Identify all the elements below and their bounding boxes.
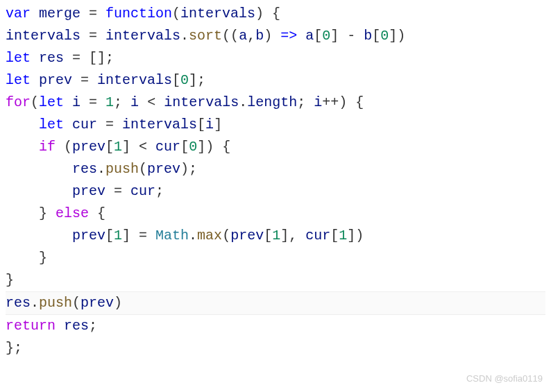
token-kw-for: for bbox=[6, 94, 31, 110]
token-type: Math bbox=[155, 228, 189, 244]
code-line: let res = []; bbox=[6, 47, 545, 69]
token-punct: ) bbox=[114, 295, 122, 311]
token-identifier: b bbox=[364, 28, 372, 44]
token-punct bbox=[297, 28, 305, 44]
token-punct: ] bbox=[214, 117, 222, 133]
token-punct: ; bbox=[155, 183, 164, 199]
token-method: push bbox=[105, 161, 139, 177]
token-identifier: intervals bbox=[164, 94, 239, 110]
token-identifier: i bbox=[130, 94, 139, 110]
token-number: 1 bbox=[114, 228, 122, 244]
token-punct: ] < bbox=[122, 139, 155, 155]
token-punct: ], bbox=[280, 228, 305, 244]
token-method: max bbox=[197, 228, 222, 244]
token-punct: ); bbox=[180, 161, 197, 177]
token-punct: ( bbox=[172, 6, 180, 22]
token-identifier: cur bbox=[305, 228, 330, 244]
token-punct: [ bbox=[105, 228, 114, 244]
token-punct: } bbox=[6, 205, 56, 221]
token-punct: . bbox=[31, 295, 39, 311]
code-block: var merge = function(intervals) {interva… bbox=[6, 3, 545, 359]
code-line: prev[1] = Math.max(prev[1], cur[1]) bbox=[6, 225, 545, 247]
token-punct: ++) { bbox=[322, 94, 364, 110]
code-line: } else { bbox=[6, 203, 545, 225]
token-punct bbox=[6, 228, 72, 244]
token-punct: , bbox=[247, 28, 255, 44]
code-line: let prev = intervals[0]; bbox=[6, 69, 545, 92]
token-punct: < bbox=[139, 94, 164, 110]
token-punct bbox=[6, 183, 72, 199]
token-identifier: intervals bbox=[6, 28, 80, 44]
token-number: 0 bbox=[380, 28, 389, 44]
token-punct: ( bbox=[56, 139, 72, 155]
token-kw-let: let bbox=[6, 72, 39, 88]
token-param: intervals bbox=[180, 6, 255, 22]
token-punct: = bbox=[80, 94, 105, 110]
code-line: return res; bbox=[6, 315, 545, 337]
token-kw-if: if bbox=[39, 139, 56, 155]
token-punct: ]) bbox=[347, 228, 364, 244]
token-punct bbox=[6, 139, 39, 155]
token-identifier: intervals bbox=[105, 28, 180, 44]
token-punct: [ bbox=[314, 28, 322, 44]
token-punct: = bbox=[80, 6, 105, 22]
token-punct: (( bbox=[222, 28, 239, 44]
token-number: 0 bbox=[189, 139, 197, 155]
token-punct: [ bbox=[330, 228, 339, 244]
token-punct: = bbox=[105, 183, 130, 199]
token-identifier: prev bbox=[72, 228, 105, 244]
token-punct: . bbox=[189, 228, 197, 244]
token-punct bbox=[6, 161, 72, 177]
token-punct: [ bbox=[105, 139, 114, 155]
token-punct: [ bbox=[180, 139, 189, 155]
watermark: CSDN @sofia0119 bbox=[466, 372, 543, 386]
token-punct: ; bbox=[297, 94, 314, 110]
token-identifier: res bbox=[39, 50, 64, 66]
code-line: if (prev[1] < cur[0]) { bbox=[6, 136, 545, 158]
code-line: res.push(prev); bbox=[6, 158, 545, 180]
token-identifier: cur bbox=[72, 117, 97, 133]
token-number: 1 bbox=[105, 94, 114, 110]
token-param: b bbox=[255, 28, 264, 44]
token-param: a bbox=[239, 28, 247, 44]
token-identifier: res bbox=[64, 318, 89, 334]
token-punct: = bbox=[97, 117, 122, 133]
token-punct: }; bbox=[6, 340, 22, 356]
token-identifier: merge bbox=[39, 6, 80, 22]
token-identifier: prev bbox=[39, 72, 72, 88]
token-kw-return: return bbox=[6, 318, 64, 334]
token-punct: } bbox=[6, 250, 47, 266]
token-punct: { bbox=[89, 205, 105, 221]
token-kw-let: let bbox=[39, 117, 72, 133]
token-identifier: intervals bbox=[97, 72, 172, 88]
token-number: 0 bbox=[322, 28, 330, 44]
token-identifier: prev bbox=[72, 139, 105, 155]
token-number: 1 bbox=[272, 228, 280, 244]
code-line: intervals = intervals.sort((a,b) => a[0]… bbox=[6, 25, 545, 47]
token-kw-let: let bbox=[39, 94, 72, 110]
token-punct bbox=[6, 117, 39, 133]
token-punct: . bbox=[180, 28, 189, 44]
token-punct: ) { bbox=[255, 6, 280, 22]
token-kw-var: => bbox=[280, 28, 297, 44]
code-line: let cur = intervals[i] bbox=[6, 114, 545, 136]
code-line: }; bbox=[6, 337, 545, 359]
token-identifier: a bbox=[305, 28, 314, 44]
token-punct: [ bbox=[197, 117, 205, 133]
token-identifier: intervals bbox=[122, 117, 197, 133]
token-identifier: i bbox=[72, 94, 80, 110]
token-identifier: prev bbox=[80, 295, 114, 311]
token-identifier: res bbox=[6, 295, 31, 311]
token-punct: } bbox=[6, 272, 14, 288]
token-identifier: cur bbox=[130, 183, 155, 199]
token-punct: [ bbox=[172, 72, 180, 88]
token-punct: . bbox=[97, 161, 105, 177]
token-punct: ; bbox=[89, 318, 97, 334]
token-punct: ; bbox=[114, 94, 130, 110]
token-kw-let: let bbox=[6, 50, 39, 66]
token-method: push bbox=[39, 295, 72, 311]
token-kw-else: else bbox=[56, 205, 89, 221]
code-line: res.push(prev) bbox=[6, 291, 545, 315]
token-prop: length bbox=[247, 94, 297, 110]
code-line: for(let i = 1; i < intervals.length; i++… bbox=[6, 92, 545, 114]
